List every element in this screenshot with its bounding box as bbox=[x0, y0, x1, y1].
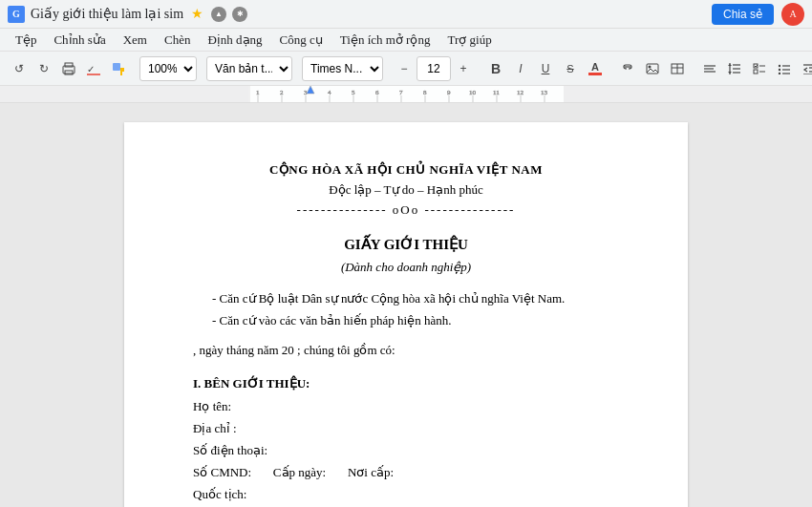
svg-text:1: 1 bbox=[256, 89, 260, 96]
zoom-select[interactable]: 100%75%50% bbox=[139, 56, 197, 81]
header-title: CỘNG HÒA XÃ HỘI CHỦ NGHĨA VIỆT NAM bbox=[193, 160, 619, 180]
svg-text:10: 10 bbox=[469, 89, 477, 96]
field-diachi1: Địa chỉ : bbox=[193, 419, 619, 439]
svg-text:✓: ✓ bbox=[87, 64, 95, 74]
document-header: CỘNG HÒA XÃ HỘI CHỦ NGHĨA VIỆT NAM Độc l… bbox=[193, 160, 619, 220]
menu-view[interactable]: Xem bbox=[116, 31, 155, 50]
title-bar: G Giấy giới thiệu làm lại sim ★ ▲ ✱ Chia… bbox=[0, 0, 812, 29]
bullet-list-button[interactable] bbox=[773, 57, 796, 80]
title-actions: Chia sẻ A bbox=[712, 3, 804, 26]
field-quoctich1: Quốc tịch: bbox=[193, 485, 619, 505]
header-subtitle: Độc lập – Tự do – Hạnh phúc bbox=[193, 180, 619, 201]
document-page: CỘNG HÒA XÃ HỘI CHỦ NGHĨA VIỆT NAM Độc l… bbox=[124, 122, 688, 507]
insert-table-button[interactable] bbox=[666, 57, 689, 80]
svg-text:13: 13 bbox=[541, 89, 548, 96]
avatar[interactable]: A bbox=[781, 3, 804, 26]
print-button[interactable] bbox=[57, 57, 80, 80]
font-size-input[interactable] bbox=[417, 56, 451, 81]
field-socmnd1: Số CMND: Cấp ngày: Nơi cấp: bbox=[193, 463, 619, 483]
svg-rect-5 bbox=[113, 63, 120, 71]
field-hoten1: Họ tên: bbox=[193, 397, 619, 417]
svg-rect-21 bbox=[754, 70, 758, 74]
star-button[interactable]: ★ bbox=[191, 6, 203, 22]
ruler-svg: 1 2 3 4 5 6 7 8 9 10 11 12 13 bbox=[0, 86, 812, 102]
svg-point-27 bbox=[779, 72, 780, 74]
menu-extensions[interactable]: Tiện ích mở rộng bbox=[332, 31, 438, 50]
date-line: , ngày tháng năm 20 ; chúng tôi gồm có: bbox=[193, 341, 619, 361]
svg-text:8: 8 bbox=[423, 89, 427, 96]
undo-button[interactable]: ↺ bbox=[8, 57, 31, 80]
font-size-decrease-button[interactable]: − bbox=[393, 57, 416, 80]
legal-basis-1: Căn cứ Bộ luật Dân sự nước Cộng hòa xã h… bbox=[212, 289, 619, 309]
svg-text:7: 7 bbox=[399, 89, 403, 96]
menu-tools[interactable]: Công cụ bbox=[272, 31, 331, 50]
paint-format-button[interactable] bbox=[107, 57, 130, 80]
drive-icon[interactable]: ▲ bbox=[211, 7, 226, 22]
bold-button[interactable]: B bbox=[484, 57, 507, 80]
toolbar: ↺ ↻ ✓ 100%75%50% Văn bản t... Times N...… bbox=[0, 52, 812, 86]
strikethrough-button[interactable]: S bbox=[559, 57, 582, 80]
svg-point-25 bbox=[779, 68, 780, 70]
svg-text:9: 9 bbox=[447, 89, 451, 96]
doc-icon: G bbox=[8, 6, 25, 23]
link-button[interactable] bbox=[616, 57, 639, 80]
legal-basis: Căn cứ Bộ luật Dân sự nước Cộng hòa xã h… bbox=[193, 289, 619, 331]
doc-subtitle: (Dành cho doanh nghiệp) bbox=[193, 258, 619, 278]
underline-button[interactable]: U bbox=[534, 57, 557, 80]
line-spacing-button[interactable] bbox=[723, 57, 746, 80]
font-name-select[interactable]: Times N... bbox=[302, 56, 383, 81]
svg-text:4: 4 bbox=[328, 89, 331, 96]
text-color-button[interactable]: A bbox=[584, 57, 607, 80]
share-button[interactable]: Chia sẻ bbox=[712, 4, 774, 25]
checklist-button[interactable] bbox=[748, 57, 771, 80]
ruler: 1 2 3 4 5 6 7 8 9 10 11 12 13 bbox=[0, 86, 812, 103]
field-sodienthoai1: Số điện thoại: bbox=[193, 441, 619, 461]
menu-help[interactable]: Trợ giúp bbox=[439, 31, 499, 50]
spellcheck-button[interactable]: ✓ bbox=[82, 57, 105, 80]
svg-text:11: 11 bbox=[493, 89, 500, 96]
svg-text:5: 5 bbox=[352, 89, 355, 96]
font-size-increase-button[interactable]: + bbox=[452, 57, 475, 80]
svg-point-23 bbox=[779, 64, 780, 66]
section1-title: I. BÊN GIỚI THIỆU: bbox=[193, 374, 619, 394]
menu-file[interactable]: Tệp bbox=[8, 31, 44, 50]
redo-button[interactable]: ↻ bbox=[32, 57, 55, 80]
decrease-indent-button[interactable] bbox=[798, 57, 812, 80]
page-area[interactable]: CỘNG HÒA XÃ HỘI CHỦ NGHĨA VIỆT NAM Độc l… bbox=[0, 103, 812, 507]
svg-text:12: 12 bbox=[517, 89, 524, 96]
doc-title: GIẤY GIỚI THIỆU bbox=[193, 233, 619, 256]
menu-format[interactable]: Định dạng bbox=[200, 31, 269, 50]
svg-rect-67 bbox=[564, 86, 812, 102]
svg-text:2: 2 bbox=[280, 89, 284, 96]
align-button[interactable] bbox=[698, 57, 721, 80]
menu-insert[interactable]: Chèn bbox=[157, 31, 198, 50]
svg-text:6: 6 bbox=[375, 89, 379, 96]
docs-icon[interactable]: ✱ bbox=[232, 7, 247, 22]
menu-edit[interactable]: Chỉnh sửa bbox=[46, 31, 113, 50]
menu-bar: Tệp Chỉnh sửa Xem Chèn Định dạng Công cụ… bbox=[0, 29, 812, 52]
insert-image-button[interactable] bbox=[641, 57, 664, 80]
header-divider: --------------- oOo --------------- bbox=[193, 201, 619, 221]
italic-button[interactable]: I bbox=[509, 57, 532, 80]
text-style-select[interactable]: Văn bản t... bbox=[206, 56, 292, 81]
legal-basis-2: Căn cứ vào các văn bản hiến pháp hiện hà… bbox=[212, 311, 619, 331]
font-size-control: − + bbox=[393, 56, 475, 81]
svg-point-8 bbox=[649, 65, 652, 68]
svg-rect-7 bbox=[647, 64, 658, 74]
document-title: Giấy giới thiệu làm lại sim bbox=[31, 6, 183, 22]
svg-rect-66 bbox=[0, 86, 250, 102]
title-icons: ▲ ✱ bbox=[211, 7, 247, 22]
